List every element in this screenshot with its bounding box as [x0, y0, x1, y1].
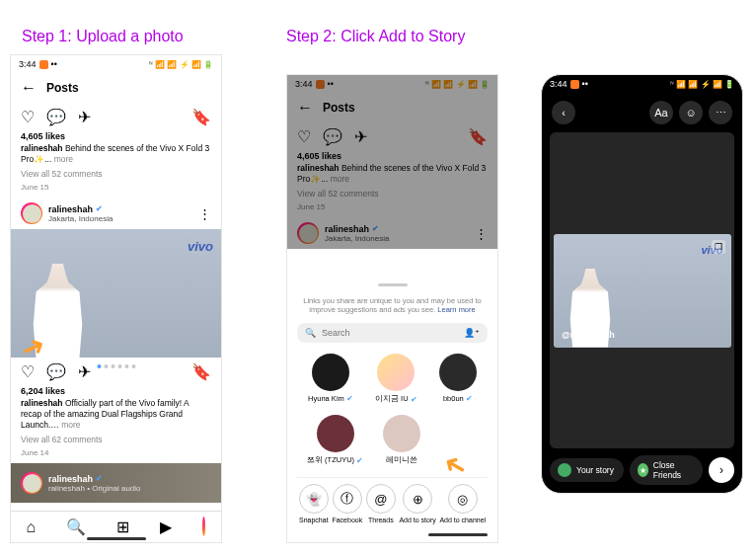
search-input[interactable] [322, 328, 458, 338]
likes-count[interactable]: 4,605 likes [11, 131, 221, 141]
privacy-notice: Links you share are unique to you and ma… [297, 292, 488, 318]
story-back-icon[interactable]: ‹ [552, 101, 575, 124]
home-icon[interactable]: ⌂ [27, 518, 37, 536]
friend-item[interactable]: 이지금 IU✔ [375, 354, 417, 404]
person-figure [31, 264, 85, 358]
friends-row-1: Hyuna Kim✔ 이지금 IU✔ bb0un✔ [297, 351, 488, 412]
home-indicator [428, 533, 488, 536]
audio-label[interactable]: ralineshah • Original audio [48, 484, 211, 493]
post-image[interactable]: vivo [11, 229, 221, 358]
share-sheet: Links you share are unique to you and ma… [287, 276, 497, 542]
status-bar: 3:44•• ᴺ 📶 📶 ⚡ 📶 🔋 [11, 55, 221, 73]
story-canvas[interactable]: vivo ❐ @ralineshah [550, 132, 734, 448]
next-button[interactable]: › [709, 457, 734, 483]
add-story-icon: ⊕ [403, 484, 432, 514]
share-snapchat[interactable]: 👻Snapchat [299, 484, 329, 523]
comment-icon[interactable]: 💬 [46, 362, 66, 381]
post-actions-row-2: ♡ 💬 ✈ 🔖 [11, 358, 221, 386]
back-arrow-icon[interactable]: ← [21, 79, 37, 97]
search-nav-icon[interactable]: 🔍 [66, 518, 86, 536]
profile-row[interactable]: ralineshah✔ Jakarta, Indonesia ⋮ [11, 198, 221, 229]
status-icons: ᴺ 📶 📶 ⚡ 📶 🔋 [670, 80, 734, 89]
search-icon: 🔍 [305, 328, 316, 338]
snapchat-icon: 👻 [299, 484, 329, 514]
status-dots: •• [582, 79, 588, 89]
status-bar-dark: 3:44•• ᴺ 📶 📶 ⚡ 📶 🔋 [542, 75, 742, 93]
reel-profile-name: ralineshah [48, 474, 93, 484]
phone-screenshot-3: 3:44•• ᴺ 📶 📶 ⚡ 📶 🔋 ‹ Aa ☺ ⋯ vivo ❐ @rali… [541, 74, 743, 494]
post-date: June 15 [11, 181, 221, 198]
share-add-to-story[interactable]: ⊕Add to story [399, 484, 435, 523]
home-indicator [87, 537, 146, 540]
verified-icon: ✔ [96, 204, 103, 213]
share-targets-row: 👻Snapchat ⓕFacebook @Threads ⊕Add to sto… [297, 477, 488, 531]
status-app-icon [39, 60, 48, 69]
profile-nav-icon[interactable] [202, 518, 205, 536]
phone-screenshot-1: 3:44•• ᴺ 📶 📶 ⚡ 📶 🔋 ← Posts ♡ 💬 ✈ 🔖 4,605… [10, 54, 222, 543]
phone-screenshot-2: 3:44•• ᴺ 📶 📶 ⚡ 📶 🔋 ← Posts ♡ 💬 ✈ 🔖 4,605… [286, 74, 498, 543]
caption-username-2[interactable]: ralineshah [21, 398, 63, 408]
view-comments-link[interactable]: View all 52 comments [11, 167, 221, 181]
bookmark-icon[interactable]: 🔖 [191, 108, 211, 126]
reel-preview[interactable]: ralineshah✔ ralineshah • Original audio [11, 463, 221, 503]
likes-count-2[interactable]: 6,204 likes [11, 386, 221, 396]
search-box[interactable]: 🔍 👤⁺ [297, 323, 488, 343]
like-icon[interactable]: ♡ [21, 362, 35, 381]
status-icons: ᴺ 📶 📶 ⚡ 📶 🔋 [149, 60, 213, 69]
create-icon[interactable]: ⊞ [116, 518, 129, 536]
share-add-to-channel[interactable]: ◎Add to channel [439, 484, 486, 523]
close-friends-button[interactable]: ★Close Friends [630, 455, 704, 485]
caption-username[interactable]: ralineshah [21, 143, 63, 153]
story-username-tag[interactable]: @ralineshah [562, 330, 615, 340]
share-facebook[interactable]: ⓕFacebook [332, 484, 362, 523]
more-tools-icon[interactable]: ⋯ [709, 101, 732, 124]
reels-icon[interactable]: ▶ [160, 518, 172, 536]
view-comments-link-2[interactable]: View all 62 comments [11, 433, 221, 446]
share-icon[interactable]: ✈ [78, 108, 91, 126]
share-icon[interactable]: ✈ [78, 362, 91, 381]
text-tool-icon[interactable]: Aa [649, 101, 673, 124]
friend-item[interactable]: 쯔위 (TZUYU)✔ [307, 415, 363, 465]
status-time: 3:44 [550, 79, 567, 89]
post-caption: ralineshah Behind the scenes of the Vivo… [11, 141, 221, 167]
step-2-label: Step 2: Click Add to Story [286, 28, 465, 45]
status-time: 3:44 [19, 59, 37, 69]
learn-more-link[interactable]: Learn more [437, 305, 475, 314]
verified-icon: ✔ [96, 474, 103, 483]
posts-header: ← Posts [11, 73, 221, 103]
sheet-handle[interactable] [378, 283, 408, 286]
friends-row-2: 쯔위 (TZUYU)✔ 레미니쓴 x [297, 412, 488, 473]
story-editor-header: ‹ Aa ☺ ⋯ [542, 93, 742, 132]
modal-overlay[interactable] [287, 75, 497, 249]
avatar[interactable] [21, 202, 42, 224]
status-dots: •• [51, 59, 57, 69]
like-icon[interactable]: ♡ [21, 108, 35, 126]
step-1-label: Step 1: Upload a photo [22, 28, 184, 45]
profile-name[interactable]: ralineshah✔ [48, 204, 192, 214]
carousel-indicator [97, 360, 135, 372]
reel-avatar[interactable] [21, 472, 42, 494]
add-person-icon[interactable]: 👤⁺ [464, 328, 480, 338]
friend-item[interactable]: bb0un✔ [439, 354, 477, 404]
your-story-avatar-icon [558, 463, 571, 477]
your-story-button[interactable]: Your story [550, 458, 624, 482]
post-actions-row: ♡ 💬 ✈ 🔖 [11, 103, 221, 131]
more-link-2[interactable]: more [61, 420, 80, 430]
friend-item[interactable]: 레미니쓴 [383, 415, 420, 465]
add-channel-icon: ◎ [448, 484, 478, 514]
sticker-tool-icon[interactable]: ☺ [679, 101, 703, 124]
post-menu-icon[interactable]: ⋮ [198, 206, 211, 221]
vivo-brand-text: vivo [188, 239, 213, 254]
comment-icon[interactable]: 💬 [46, 108, 66, 126]
more-link[interactable]: more [54, 154, 73, 164]
post-caption-2: ralineshah Officially part of the Vivo f… [11, 396, 221, 433]
share-threads[interactable]: @Threads [366, 484, 396, 523]
profile-location[interactable]: Jakarta, Indonesia [48, 214, 192, 223]
carousel-stack-icon: ❐ [712, 240, 725, 254]
close-friends-star-icon: ★ [638, 463, 648, 477]
post-date-2: June 14 [11, 446, 221, 463]
story-post-bar: Your story ★Close Friends › [550, 455, 734, 485]
friend-item[interactable]: Hyuna Kim✔ [308, 354, 353, 404]
bookmark-icon[interactable]: 🔖 [191, 362, 211, 381]
threads-icon: @ [366, 484, 396, 514]
